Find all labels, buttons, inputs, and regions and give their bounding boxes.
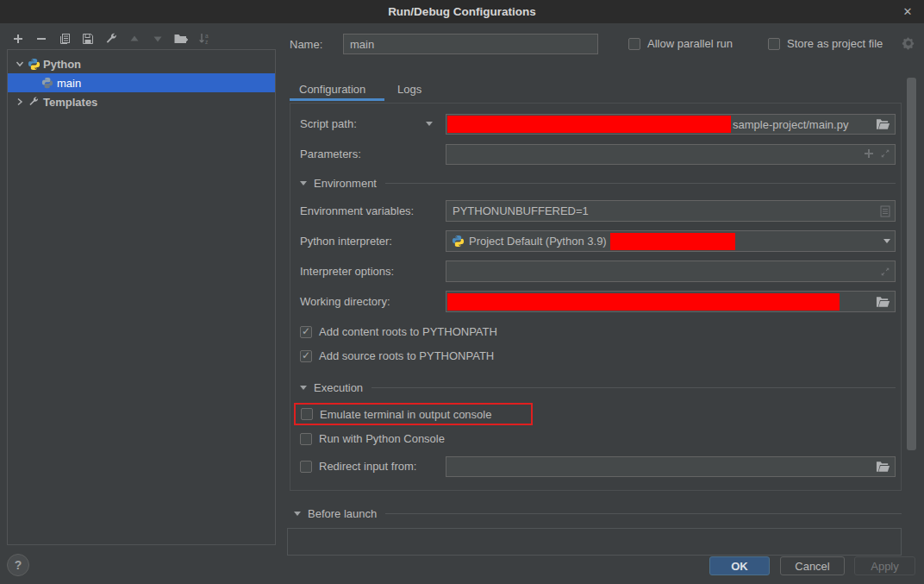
run-debug-configurations-dialog: Run/Debug Configurations ✕ az [0,0,924,584]
collapse-icon[interactable] [300,386,307,390]
parameters-label: Parameters: [300,148,361,160]
redirect-input-label: Redirect input from: [319,460,416,473]
python-icon [452,235,465,248]
parameters-input[interactable] [446,144,896,165]
name-label: Name: [290,38,322,51]
remove-icon[interactable] [32,30,51,47]
redirect-input-checkbox[interactable]: Redirect input from: [300,460,416,473]
add-icon[interactable] [9,30,28,47]
working-directory-input[interactable] [446,291,896,312]
python-icon [27,57,41,71]
allow-parallel-run-checkbox[interactable]: Allow parallel run [628,37,733,50]
before-launch-task-list[interactable] [287,528,902,556]
dialog-title: Run/Debug Configurations [388,5,536,18]
active-tab-indicator [290,98,384,101]
edit-wrench-icon[interactable] [102,30,121,47]
add-source-roots-label: Add source roots to PYTHONPATH [319,349,494,362]
execution-section-header[interactable]: Execution [300,381,896,394]
tab-logs[interactable]: Logs [397,83,421,96]
insert-macro-plus-icon[interactable] [864,148,874,161]
python-icon [41,76,54,90]
new-folder-icon[interactable] [172,30,190,47]
section-rule [371,387,896,388]
interpreter-options-label: Interpreter options: [300,265,394,278]
checkbox-box[interactable] [768,38,780,50]
save-icon[interactable] [78,30,97,47]
environment-variables-label: Environment variables: [300,204,414,217]
copy-icon[interactable] [55,30,74,47]
redirect-input-field[interactable] [446,456,896,477]
expand-field-icon[interactable] [880,267,890,277]
tree-item-templates[interactable]: Templates [8,92,275,111]
browse-variables-icon[interactable] [880,205,890,217]
python-interpreter-select[interactable]: Project Default (Python 3.9) [446,230,896,252]
tree-item-label: Templates [43,96,97,109]
store-as-project-file-checkbox[interactable]: Store as project file [768,37,883,50]
gear-icon[interactable] [902,36,915,53]
section-title: Execution [314,381,363,394]
cancel-button[interactable]: Cancel [780,556,845,575]
folder-icon[interactable] [876,296,890,308]
run-with-python-console-label: Run with Python Console [319,432,445,445]
script-path-dropdown-icon[interactable] [426,122,433,126]
checkbox-box[interactable] [628,38,640,50]
store-as-project-file-label: Store as project file [787,37,883,50]
redacted-text [447,293,840,311]
vertical-scrollbar[interactable] [907,78,916,450]
chevron-right-icon[interactable] [13,97,27,106]
configuration-form-panel: Script path: sample-project/main.py Para… [290,103,902,491]
section-rule [385,183,896,184]
checkbox-box[interactable]: ✓ [300,326,312,338]
environment-variables-input[interactable]: PYTHONUNBUFFERED=1 [446,200,896,222]
move-down-icon[interactable] [148,30,167,47]
ok-button[interactable]: OK [709,556,770,575]
folder-icon[interactable] [876,118,890,130]
add-content-roots-label: Add content roots to PYTHONPATH [319,325,497,338]
svg-text:z: z [205,39,208,45]
svg-text:a: a [205,33,209,39]
tree-item-python[interactable]: Python [8,54,275,73]
tab-configuration[interactable]: Configuration [299,83,365,96]
name-value: main [344,38,374,51]
redacted-text [610,233,735,250]
before-launch-section-header[interactable]: Before launch [294,507,902,520]
name-input[interactable]: main [343,34,598,54]
environment-section-header[interactable]: Environment [300,177,896,190]
move-up-icon[interactable] [125,30,144,47]
apply-button[interactable]: Apply [854,556,915,575]
tree-item-main[interactable]: main [8,73,275,92]
folder-icon[interactable] [876,461,890,473]
script-path-label: Script path: [300,117,357,130]
tree-item-label: Python [43,58,81,71]
title-bar: Run/Debug Configurations [0,0,924,23]
collapse-icon[interactable] [294,512,301,516]
script-path-value: sample-project/main.py [733,118,848,131]
expand-field-icon[interactable] [880,148,890,161]
chevron-down-icon[interactable] [13,60,27,68]
checkbox-box[interactable] [301,408,313,420]
close-icon[interactable]: ✕ [900,3,915,19]
chevron-down-icon[interactable] [883,239,890,243]
checkbox-box[interactable]: ✓ [300,350,312,362]
collapse-icon[interactable] [300,181,307,185]
section-title: Environment [314,177,377,190]
script-path-input[interactable]: sample-project/main.py [446,114,896,135]
section-title: Before launch [308,507,377,520]
add-content-roots-checkbox[interactable]: ✓ Add content roots to PYTHONPATH [300,325,497,338]
interpreter-options-input[interactable] [446,261,896,282]
emulate-terminal-label: Emulate terminal in output console [320,408,491,421]
checkbox-box[interactable] [300,461,312,473]
help-button[interactable]: ? [7,554,29,576]
emulate-terminal-checkbox[interactable]: Emulate terminal in output console [294,403,533,425]
environment-variables-value: PYTHONUNBUFFERED=1 [446,204,589,217]
sort-alphabetically-icon[interactable]: az [195,30,214,47]
configurations-toolbar: az [9,30,218,47]
python-interpreter-label: Python interpreter: [300,235,392,248]
wrench-icon [27,95,41,109]
checkbox-box[interactable] [300,433,312,445]
add-source-roots-checkbox[interactable]: ✓ Add source roots to PYTHONPATH [300,349,494,362]
run-with-python-console-checkbox[interactable]: Run with Python Console [300,432,445,445]
working-directory-label: Working directory: [300,295,390,308]
tree-item-label: main [57,77,81,90]
allow-parallel-run-label: Allow parallel run [647,37,733,50]
